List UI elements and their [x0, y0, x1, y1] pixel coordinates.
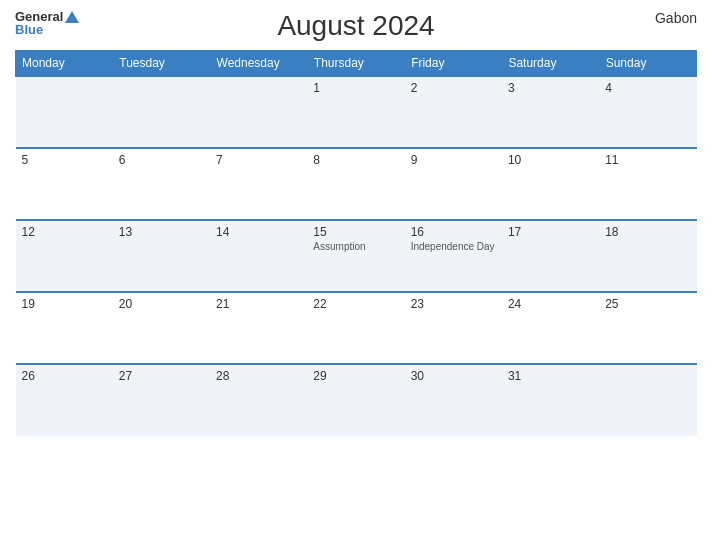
day-number: 1: [313, 81, 398, 95]
day-number: 6: [119, 153, 204, 167]
calendar-week-row: 19202122232425: [16, 292, 697, 364]
calendar-day-cell[interactable]: 4: [599, 76, 696, 148]
day-number: 10: [508, 153, 593, 167]
calendar-day-cell[interactable]: 27: [113, 364, 210, 436]
logo-triangle-icon: [65, 11, 79, 23]
day-number: 26: [22, 369, 107, 383]
day-number: 8: [313, 153, 398, 167]
day-number: 17: [508, 225, 593, 239]
calendar-day-cell[interactable]: 29: [307, 364, 404, 436]
day-number: 29: [313, 369, 398, 383]
calendar-week-row: 567891011: [16, 148, 697, 220]
calendar-day-cell[interactable]: [113, 76, 210, 148]
day-number: 18: [605, 225, 690, 239]
day-number: 3: [508, 81, 593, 95]
event-label: Independence Day: [411, 241, 496, 252]
calendar-container: General Blue August 2024 Gabon Monday Tu…: [0, 0, 712, 550]
day-number: 30: [411, 369, 496, 383]
day-number: 15: [313, 225, 398, 239]
calendar-day-cell[interactable]: 30: [405, 364, 502, 436]
header-sunday: Sunday: [599, 51, 696, 77]
header-monday: Monday: [16, 51, 113, 77]
calendar-title: August 2024: [277, 10, 434, 42]
calendar-day-cell[interactable]: 31: [502, 364, 599, 436]
calendar-day-cell[interactable]: 12: [16, 220, 113, 292]
day-number: 22: [313, 297, 398, 311]
calendar-day-cell[interactable]: 20: [113, 292, 210, 364]
day-number: 9: [411, 153, 496, 167]
calendar-day-cell[interactable]: 19: [16, 292, 113, 364]
calendar-day-cell[interactable]: 28: [210, 364, 307, 436]
calendar-day-cell[interactable]: 22: [307, 292, 404, 364]
day-number: 2: [411, 81, 496, 95]
calendar-day-cell[interactable]: 1: [307, 76, 404, 148]
calendar-day-cell[interactable]: 25: [599, 292, 696, 364]
day-number: 28: [216, 369, 301, 383]
logo: General Blue: [15, 10, 79, 36]
calendar-week-row: 1234: [16, 76, 697, 148]
day-number: 13: [119, 225, 204, 239]
calendar-day-cell[interactable]: 15Assumption: [307, 220, 404, 292]
calendar-day-cell[interactable]: 7: [210, 148, 307, 220]
logo-blue-text: Blue: [15, 23, 43, 36]
day-number: 14: [216, 225, 301, 239]
day-number: 25: [605, 297, 690, 311]
header-tuesday: Tuesday: [113, 51, 210, 77]
day-number: 11: [605, 153, 690, 167]
day-number: 24: [508, 297, 593, 311]
header-friday: Friday: [405, 51, 502, 77]
day-number: 20: [119, 297, 204, 311]
calendar-day-cell[interactable]: 3: [502, 76, 599, 148]
day-number: 5: [22, 153, 107, 167]
calendar-day-cell[interactable]: 13: [113, 220, 210, 292]
calendar-day-cell[interactable]: 6: [113, 148, 210, 220]
country-label: Gabon: [655, 10, 697, 26]
day-number: 19: [22, 297, 107, 311]
day-number: 21: [216, 297, 301, 311]
calendar-day-cell[interactable]: 26: [16, 364, 113, 436]
calendar-day-cell[interactable]: 11: [599, 148, 696, 220]
day-number: 4: [605, 81, 690, 95]
calendar-day-cell[interactable]: 8: [307, 148, 404, 220]
calendar-day-cell[interactable]: 18: [599, 220, 696, 292]
calendar-day-cell[interactable]: [210, 76, 307, 148]
calendar-day-cell[interactable]: 24: [502, 292, 599, 364]
calendar-week-row: 12131415Assumption16Independence Day1718: [16, 220, 697, 292]
day-number: 7: [216, 153, 301, 167]
calendar-day-cell[interactable]: 9: [405, 148, 502, 220]
calendar-day-cell[interactable]: 5: [16, 148, 113, 220]
calendar-day-cell[interactable]: 2: [405, 76, 502, 148]
header-thursday: Thursday: [307, 51, 404, 77]
calendar-day-cell[interactable]: 23: [405, 292, 502, 364]
calendar-day-cell[interactable]: 21: [210, 292, 307, 364]
calendar-day-cell[interactable]: [599, 364, 696, 436]
header-saturday: Saturday: [502, 51, 599, 77]
day-number: 23: [411, 297, 496, 311]
day-number: 16: [411, 225, 496, 239]
day-number: 12: [22, 225, 107, 239]
calendar-week-row: 262728293031: [16, 364, 697, 436]
day-number: 31: [508, 369, 593, 383]
calendar-day-cell[interactable]: 10: [502, 148, 599, 220]
calendar-header: General Blue August 2024 Gabon: [15, 10, 697, 42]
calendar-day-cell[interactable]: [16, 76, 113, 148]
weekday-header-row: Monday Tuesday Wednesday Thursday Friday…: [16, 51, 697, 77]
calendar-day-cell[interactable]: 16Independence Day: [405, 220, 502, 292]
calendar-grid: Monday Tuesday Wednesday Thursday Friday…: [15, 50, 697, 436]
calendar-day-cell[interactable]: 17: [502, 220, 599, 292]
day-number: 27: [119, 369, 204, 383]
event-label: Assumption: [313, 241, 398, 252]
header-wednesday: Wednesday: [210, 51, 307, 77]
calendar-day-cell[interactable]: 14: [210, 220, 307, 292]
